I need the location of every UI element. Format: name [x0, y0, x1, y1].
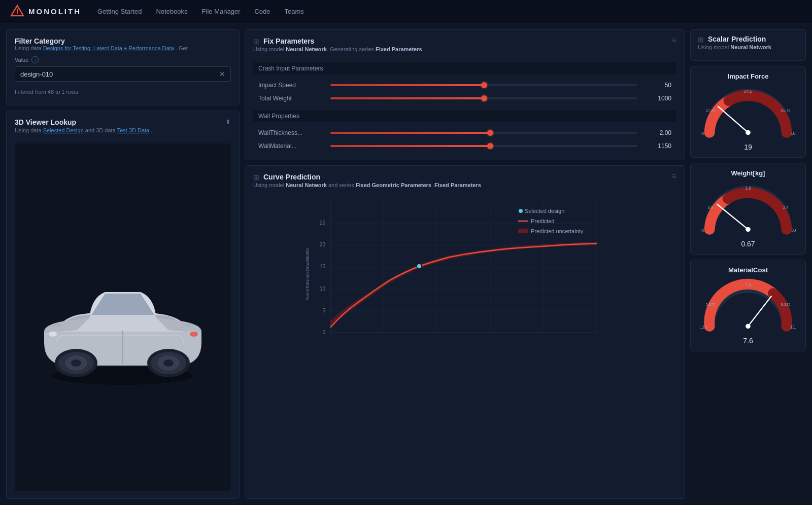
viewer-subtitle: Using data Selected Design and 3D data T… — [15, 127, 152, 133]
svg-line-50 — [717, 204, 748, 229]
viewer-selected-design-link[interactable]: Selected Design — [43, 127, 84, 133]
value-info-icon[interactable]: i — [31, 56, 39, 63]
curve-prediction-panel: ⊞ Curve Prediction Using model Neural Ne… — [245, 165, 685, 499]
curve-chart: 0 5 10 15 20 25 — [253, 198, 676, 350]
viewer-3d-panel: 3D Viewer Lookup Using data Selected Des… — [6, 111, 240, 499]
nav-getting-started[interactable]: Getting Started — [97, 8, 142, 15]
clear-filter-button[interactable]: ✕ — [219, 70, 225, 78]
curve-title: Curve Prediction — [263, 173, 320, 181]
material-cost-value: 7.6 — [743, 337, 753, 345]
svg-point-37 — [519, 209, 523, 213]
impact-force-gauge-svg: 0 27.25 54.5 81.75 109 — [700, 84, 796, 140]
svg-point-35 — [417, 264, 422, 269]
svg-text:81.75: 81.75 — [781, 109, 791, 113]
svg-text:11.0: 11.0 — [790, 324, 796, 330]
curve-subtitle: Using model Neural Network and series Fi… — [253, 182, 483, 188]
brand: MONOLITH — [10, 5, 81, 19]
impact-speed-value: 50 — [644, 82, 671, 89]
left-column: Filter Category Using data Designs for T… — [6, 29, 240, 499]
weight-title: Weight[kg] — [731, 169, 765, 177]
svg-text:10: 10 — [320, 286, 326, 292]
curve-panel-icon: ⊞ — [253, 173, 259, 182]
svg-text:Predicted uncertainty: Predicted uncertainty — [531, 228, 584, 234]
svg-text:0: 0 — [701, 228, 704, 233]
fix-parameters-panel: ⊞ Fix Parameters Using model Neural Netw… — [245, 29, 685, 160]
filter-title: Filter Category — [15, 37, 65, 45]
svg-text:5: 5 — [322, 308, 325, 313]
nav-teams[interactable]: Teams — [285, 8, 304, 15]
filter-info: Filtered from 48 to 1 rows — [15, 86, 231, 98]
filter-category-panel: Filter Category Using data Designs for T… — [6, 29, 240, 105]
wall-material-value: 1150 — [644, 142, 671, 150]
viewer-content — [15, 143, 231, 491]
svg-text:20: 20 — [320, 242, 326, 247]
wall-thickness-row: WallThickness... 2.00 — [253, 126, 676, 139]
svg-point-13 — [190, 332, 198, 337]
svg-point-51 — [746, 227, 751, 232]
nav-notebooks[interactable]: Notebooks — [156, 8, 187, 15]
scalar-prediction-header: ⊞ Scalar Prediction Using model Neural N… — [690, 29, 806, 61]
svg-text:15: 15 — [320, 264, 326, 269]
svg-text:0.9: 0.9 — [708, 205, 714, 210]
svg-text:27.25: 27.25 — [705, 109, 715, 113]
right-column: ⊞ Scalar Prediction Using model Neural N… — [690, 29, 806, 499]
svg-text:109: 109 — [791, 131, 796, 136]
svg-rect-41 — [518, 229, 528, 233]
impact-speed-row: Impact Speed 50 — [253, 79, 676, 92]
total-weight-value: 1000 — [644, 95, 671, 102]
brand-name: MONOLITH — [28, 7, 81, 16]
curve-chart-svg: 0 5 10 15 20 25 — [253, 198, 676, 350]
svg-line-57 — [748, 296, 771, 326]
crash-section-label: Crash Input Parameters — [253, 62, 676, 75]
weight-gauge-svg: 0 0.9 1.8 2.7 3.6 — [700, 181, 796, 237]
fix-params-menu-icon[interactable]: ≡ — [672, 36, 676, 45]
wall-material-slider[interactable] — [330, 145, 637, 147]
svg-text:1.8: 1.8 — [745, 186, 751, 191]
weight-gauge-panel: Weight[kg] 0 0.9 1.8 2.7 3.6 0.67 — [690, 163, 806, 255]
svg-text:0: 0 — [701, 131, 704, 136]
svg-text:Predicted: Predicted — [531, 218, 554, 224]
svg-point-12 — [49, 332, 57, 337]
nav-code[interactable]: Code — [254, 8, 270, 15]
svg-point-6 — [71, 359, 81, 367]
scalar-panel-icon: ⊞ — [698, 35, 704, 44]
total-weight-label: Total Weight — [258, 95, 324, 102]
brand-logo-icon — [10, 5, 24, 19]
impact-force-value: 19 — [744, 143, 752, 151]
material-cost-gauge-svg: 1.15 5.875 7.6 9.325 11.0 — [700, 278, 796, 334]
curve-menu-icon[interactable]: ≡ — [672, 172, 676, 181]
filter-data-link[interactable]: Designs for Testing: Latent Data + Perfo… — [43, 45, 174, 51]
nav-links: Getting Started Notebooks File Manager C… — [97, 8, 304, 15]
svg-text:ForceToKnockDownBottle: ForceToKnockDownBottle — [305, 248, 310, 301]
svg-rect-16 — [330, 201, 599, 335]
wall-section-label: Wall Properties — [253, 110, 676, 122]
svg-text:1.15: 1.15 — [700, 324, 707, 330]
upload-icon[interactable]: ⬆ — [225, 118, 231, 126]
filter-input[interactable] — [20, 70, 219, 78]
viewer-3d-data-link[interactable]: Test 3D Data — [117, 127, 150, 133]
total-weight-slider[interactable] — [330, 97, 637, 99]
wall-thickness-slider[interactable] — [330, 132, 637, 134]
viewer-header: 3D Viewer Lookup Using data Selected Des… — [15, 118, 231, 138]
total-weight-row: Total Weight 1000 — [253, 92, 676, 105]
main-layout: Filter Category Using data Designs for T… — [0, 23, 812, 505]
fix-params-subtitle: Using model Neural Network. Generating s… — [253, 46, 424, 52]
svg-text:2.7: 2.7 — [783, 205, 789, 210]
svg-point-15 — [185, 323, 193, 327]
scalar-title: Scalar Prediction — [708, 35, 766, 43]
wall-thickness-label: WallThickness... — [258, 129, 324, 136]
mid-column: ⊞ Fix Parameters Using model Neural Netw… — [245, 29, 685, 499]
impact-speed-slider[interactable] — [330, 84, 637, 86]
filter-panel-header: Filter Category Using data Designs for T… — [15, 37, 231, 51]
svg-text:Selected design: Selected design — [525, 208, 564, 214]
scalar-subtitle: Using model Neural Network — [698, 44, 798, 50]
nav-file-manager[interactable]: File Manager — [202, 8, 241, 15]
svg-point-10 — [163, 359, 174, 367]
impact-force-gauge-panel: Impact Force 0 27.25 54.5 81.75 109 19 — [690, 66, 806, 158]
svg-text:7.6: 7.6 — [745, 282, 751, 287]
impact-speed-label: Impact Speed — [258, 82, 324, 89]
svg-line-43 — [718, 106, 748, 132]
params-panel-icon: ⊞ — [253, 38, 259, 46]
svg-point-44 — [746, 130, 751, 135]
filter-subtitle: Using data Designs for Testing: Latent D… — [15, 45, 231, 51]
